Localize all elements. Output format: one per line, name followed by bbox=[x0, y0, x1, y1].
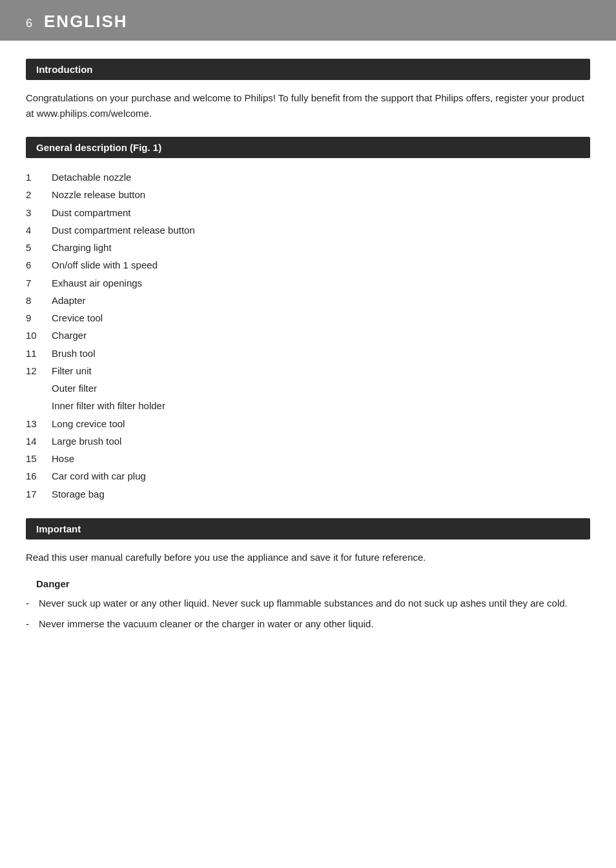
dash: - bbox=[26, 596, 39, 611]
general-description-header: General description (Fig. 1) bbox=[26, 137, 590, 158]
item-number: 1 bbox=[26, 168, 49, 186]
list-item: 4Dust compartment release button bbox=[26, 221, 590, 239]
list-item: 14Large brush tool bbox=[26, 432, 590, 450]
item-label: Car cord with car plug bbox=[49, 467, 590, 485]
item-label: Large brush tool bbox=[49, 432, 590, 450]
item-label: Charging light bbox=[49, 239, 590, 256]
danger-item: -Never suck up water or any other liquid… bbox=[26, 596, 590, 611]
list-item: 11Brush tool bbox=[26, 345, 590, 362]
item-label: Storage bag bbox=[49, 485, 590, 503]
description-table-continued: 13Long crevice tool14Large brush tool15H… bbox=[26, 415, 590, 503]
list-item: 8Adapter bbox=[26, 292, 590, 309]
list-item: 3Dust compartment bbox=[26, 204, 590, 221]
danger-text: Never immerse the vacuum cleaner or the … bbox=[39, 616, 590, 632]
list-item: 5Charging light bbox=[26, 239, 590, 256]
item-label: Dust compartment release button bbox=[49, 221, 590, 239]
item-number: 15 bbox=[26, 450, 49, 467]
item-label: Filter unit bbox=[49, 362, 590, 379]
item-label: Hose bbox=[49, 450, 590, 467]
item-number: 3 bbox=[26, 204, 49, 221]
description-table: 1Detachable nozzle2Nozzle release button… bbox=[26, 168, 590, 379]
item-label: Crevice tool bbox=[49, 309, 590, 327]
list-item: 9Crevice tool bbox=[26, 309, 590, 327]
danger-list: -Never suck up water or any other liquid… bbox=[26, 596, 590, 632]
introduction-header: Introduction bbox=[26, 59, 590, 80]
list-item: 2Nozzle release button bbox=[26, 186, 590, 203]
item-number: 5 bbox=[26, 239, 49, 256]
item-label: Long crevice tool bbox=[49, 415, 590, 432]
list-item: 12Filter unit bbox=[26, 362, 590, 379]
list-item: 15Hose bbox=[26, 450, 590, 467]
item-number: 16 bbox=[26, 467, 49, 485]
item-number: 14 bbox=[26, 432, 49, 450]
item-label: Dust compartment bbox=[49, 204, 590, 221]
item-label: Detachable nozzle bbox=[49, 168, 590, 186]
dash: - bbox=[26, 616, 39, 632]
list-item: 10Charger bbox=[26, 327, 590, 344]
item-number: 17 bbox=[26, 485, 49, 503]
page-title: ENGLISH bbox=[44, 12, 128, 32]
item-number: 13 bbox=[26, 415, 49, 432]
item-number: 11 bbox=[26, 345, 49, 362]
introduction-body: Congratulations on your purchase and wel… bbox=[26, 90, 590, 121]
page: 6 ENGLISH Introduction Congratulations o… bbox=[0, 0, 616, 868]
item-label: Exhaust air openings bbox=[49, 274, 590, 292]
item-number: 2 bbox=[26, 186, 49, 203]
important-header: Important bbox=[26, 518, 590, 540]
list-item: 17Storage bag bbox=[26, 485, 590, 503]
list-item: 16Car cord with car plug bbox=[26, 467, 590, 485]
danger-item: -Never immerse the vacuum cleaner or the… bbox=[26, 616, 590, 632]
list-item: 6On/off slide with 1 speed bbox=[26, 256, 590, 274]
list-item: 1Detachable nozzle bbox=[26, 168, 590, 186]
list-item: 13Long crevice tool bbox=[26, 415, 590, 432]
item-label: Charger bbox=[49, 327, 590, 344]
item-number: 6 bbox=[26, 256, 49, 274]
item-label: On/off slide with 1 speed bbox=[49, 256, 590, 274]
item-number: 12 bbox=[26, 362, 49, 379]
list-item: 7Exhaust air openings bbox=[26, 274, 590, 292]
sub-item: Outer filter bbox=[26, 379, 590, 397]
item-number: 9 bbox=[26, 309, 49, 327]
page-number: 6 bbox=[26, 17, 32, 30]
page-content: Introduction Congratulations on your pur… bbox=[0, 41, 616, 656]
item-number: 7 bbox=[26, 274, 49, 292]
item-number: 4 bbox=[26, 221, 49, 239]
item-number: 8 bbox=[26, 292, 49, 309]
item-label: Nozzle release button bbox=[49, 186, 590, 203]
header-bar: 6 ENGLISH bbox=[0, 0, 616, 41]
item-label: Adapter bbox=[49, 292, 590, 309]
description-list: 1Detachable nozzle2Nozzle release button… bbox=[26, 168, 590, 503]
danger-title: Danger bbox=[26, 578, 590, 589]
item-label: Brush tool bbox=[49, 345, 590, 362]
danger-text: Never suck up water or any other liquid.… bbox=[39, 596, 590, 611]
item-number: 10 bbox=[26, 327, 49, 344]
important-body: Read this user manual carefully before y… bbox=[26, 550, 590, 565]
sub-item: Inner filter with filter holder bbox=[26, 397, 590, 414]
